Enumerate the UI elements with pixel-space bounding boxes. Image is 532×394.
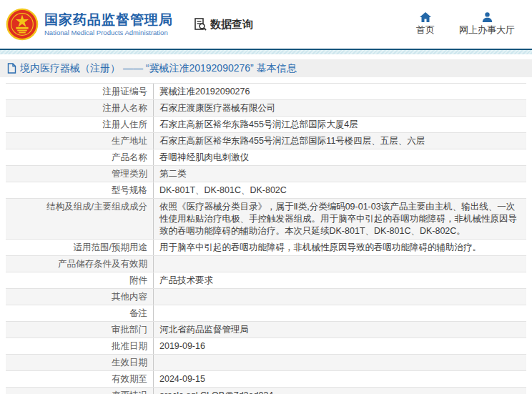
row-value [154, 305, 526, 321]
breadcrumb-text: 境内医疗器械（注册） —— “冀械注准20192090276” 基本信息 [20, 62, 297, 75]
table-row: 备注 [6, 305, 526, 322]
row-value: DK-801T、DK-801C、DK-802C [154, 182, 526, 198]
row-value: 用于脑卒中引起的吞咽功能障碍，非机械性原因导致的吞咽功能障碍的辅助治疗。 [154, 240, 526, 255]
table-row: 附件产品技术要求 [6, 272, 526, 289]
decorative-band [0, 50, 532, 54]
table-row: 产品储存条件及有效期 [6, 256, 526, 272]
row-label: 注册证编号 [6, 84, 154, 99]
document-search-icon [193, 17, 207, 31]
row-value: 石家庄高新区裕华东路455号润江总部国际大厦4层 [154, 117, 526, 132]
row-value: 石家庄渡康医疗器械有限公司 [154, 100, 526, 116]
row-label: 管理类别 [6, 166, 154, 182]
row-label: 生产地址 [6, 133, 154, 149]
site-header: 国家药品监督管理局 National Medical Products Admi… [0, 0, 532, 50]
row-value: 2024-09-15 [154, 371, 526, 387]
row-label: 适用范围/预期用途 [6, 240, 154, 255]
row-value [154, 256, 526, 272]
row-label: 审批部门 [6, 322, 154, 338]
row-value [154, 355, 526, 370]
row-label: 注册人住所 [6, 117, 154, 132]
table-row: 适用范围/预期用途用于脑卒中引起的吞咽功能障碍，非机械性原因导致的吞咽功能障碍的… [6, 240, 526, 256]
home-icon [420, 12, 431, 22]
table-row: 变更情况oracle.sql.CLOB@7d2ed034 [6, 388, 526, 394]
row-label: 批准日期 [6, 338, 154, 354]
row-label: 生效日期 [6, 355, 154, 370]
row-value: 石家庄高新区裕华东路455号润江总部国际11号楼四层、五层、六层 [154, 133, 526, 149]
table-row: 注册证编号冀械注准20192090276 [6, 84, 526, 100]
row-label: 备注 [6, 305, 154, 321]
national-emblem-logo [6, 8, 39, 41]
row-label: 注册人名称 [6, 100, 154, 116]
row-label: 型号规格 [6, 182, 154, 198]
table-row: 管理类别第二类 [6, 166, 526, 182]
row-value [154, 289, 526, 305]
table-row: 注册人住所石家庄高新区裕华东路455号润江总部国际大厦4层 [6, 117, 526, 133]
person-icon [482, 12, 493, 22]
row-value: 吞咽神经肌肉电刺激仪 [154, 149, 526, 165]
table-row: 有效期至2024-09-15 [6, 371, 526, 388]
brand-block: 国家药品监督管理局 National Medical Products Admi… [44, 11, 173, 37]
row-label: 附件 [6, 272, 154, 288]
row-value: 第二类 [154, 166, 526, 182]
row-label: 有效期至 [6, 371, 154, 387]
row-value: 依照《医疗器械分类目录》，属于Ⅱ类,分类编码09-01-03该产品主要由主机、输… [154, 199, 526, 239]
row-value: 冀械注准20192090276 [154, 84, 526, 99]
agency-name-en: National Medical Products Administration [44, 29, 173, 37]
row-value: 产品技术要求 [154, 272, 526, 288]
row-value: oracle.sql.CLOB@7d2ed034 [154, 388, 526, 394]
row-label: 其他内容 [6, 289, 154, 305]
table-row: 审批部门河北省药品监督管理局 [6, 322, 526, 338]
row-value: 河北省药品监督管理局 [154, 322, 526, 338]
nav-home-label: 首页 [416, 24, 435, 36]
row-value: 2019-09-16 [154, 338, 526, 354]
table-row: 生效日期 [6, 355, 526, 371]
nav-online-hall[interactable]: 网上办事大厅 [459, 12, 515, 36]
table-row: 生产地址石家庄高新区裕华东路455号润江总部国际11号楼四层、五层、六层 [6, 133, 526, 149]
table-row: 注册人名称石家庄渡康医疗器械有限公司 [6, 100, 526, 117]
nav-online-hall-label: 网上办事大厅 [459, 24, 515, 36]
data-query-button[interactable]: 数据查询 [193, 17, 253, 31]
header-nav: 首页 网上办事大厅 [416, 12, 525, 36]
nav-home[interactable]: 首页 [416, 12, 435, 36]
data-query-label: 数据查询 [210, 18, 253, 31]
agency-name-cn: 国家药品监督管理局 [44, 11, 173, 29]
row-label: 结构及组成/主要组成成分 [6, 199, 154, 239]
breadcrumb: 境内医疗器械（注册） —— “冀械注准20192090276” 基本信息 [0, 59, 532, 77]
table-row: 结构及组成/主要组成成分依照《医疗器械分类目录》，属于Ⅱ类,分类编码09-01-… [6, 199, 526, 240]
row-label: 变更情况 [6, 388, 154, 394]
table-row: 产品名称吞咽神经肌肉电刺激仪 [6, 149, 526, 166]
row-label: 产品名称 [6, 149, 154, 165]
table-row: 批准日期2019-09-16 [6, 338, 526, 355]
table-row: 型号规格DK-801T、DK-801C、DK-802C [6, 182, 526, 199]
table-row: 其他内容 [6, 289, 526, 305]
info-table: 注册证编号冀械注准20192090276注册人名称石家庄渡康医疗器械有限公司注册… [6, 83, 526, 394]
page-icon [7, 63, 16, 74]
row-label: 产品储存条件及有效期 [6, 256, 154, 272]
